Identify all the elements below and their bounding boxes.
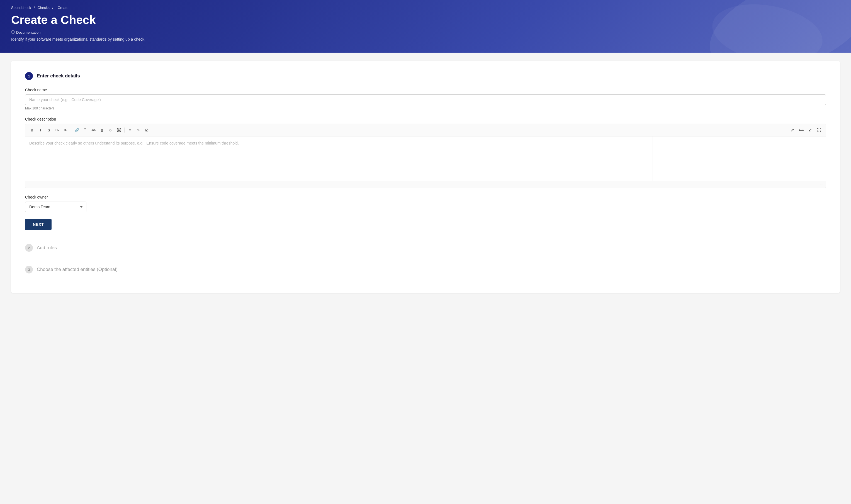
- heading2-button[interactable]: H₂: [62, 126, 69, 134]
- toolbar-left: B I S H₁ H₂ 🔗 " </> {} ☺ 🖼: [28, 126, 151, 134]
- step-1-section: 1 Enter check details Check name Max 100…: [25, 72, 826, 230]
- breadcrumb-separator-1: /: [34, 5, 36, 10]
- step-2-section: 2 Add rules: [25, 244, 826, 252]
- italic-button[interactable]: I: [36, 126, 44, 134]
- editor-resize-handle[interactable]: ···: [25, 181, 826, 188]
- code-block-button[interactable]: {}: [98, 126, 106, 134]
- collapse-h-button[interactable]: ⟺: [797, 126, 805, 134]
- breadcrumb-checks[interactable]: Checks: [37, 5, 49, 10]
- hero-description: Identify if your software meets organiza…: [11, 37, 840, 41]
- check-description-group: Check description B I S H₁ H₂ 🔗 " </>: [25, 117, 826, 188]
- step-3-section: 3 Choose the affected entities (Optional…: [25, 266, 826, 273]
- bullet-list-button[interactable]: ≡: [126, 126, 134, 134]
- step-1-title: Enter check details: [37, 73, 80, 79]
- image-button[interactable]: 🖼: [115, 126, 123, 134]
- editor-side-panel: [653, 137, 826, 181]
- editor-content-area[interactable]: Describe your check clearly so others un…: [25, 137, 653, 181]
- check-owner-label: Check owner: [25, 195, 826, 199]
- check-owner-select[interactable]: Demo Team Engineering Team Platform Team: [25, 202, 86, 212]
- rich-text-editor: B I S H₁ H₂ 🔗 " </> {} ☺ 🖼: [25, 124, 826, 188]
- task-list-button[interactable]: ☑: [143, 126, 151, 134]
- form-card: 1 Enter check details Check name Max 100…: [11, 61, 840, 293]
- collapse-button[interactable]: ↙: [806, 126, 814, 134]
- step-divider-3: [29, 273, 826, 282]
- step-2-badge: 2: [25, 244, 33, 252]
- heading1-button[interactable]: H₁: [53, 126, 61, 134]
- toolbar-right: ↗ ⟺ ↙ ⛶: [788, 126, 823, 134]
- breadcrumb-soundcheck[interactable]: Soundcheck: [11, 5, 31, 10]
- step-1-badge: 1: [25, 72, 33, 80]
- info-icon: ⓘ: [11, 30, 15, 35]
- breadcrumb: Soundcheck / Checks / Create: [11, 5, 840, 10]
- link-button[interactable]: 🔗: [73, 126, 81, 134]
- step-3-title: Choose the affected entities (Optional): [37, 267, 118, 272]
- check-name-group: Check name Max 100 characters: [25, 88, 826, 110]
- doc-link-label: Documentation: [16, 30, 40, 35]
- documentation-link[interactable]: ⓘ Documentation: [11, 30, 840, 35]
- step-divider-2: [29, 252, 826, 260]
- step-2-title: Add rules: [37, 245, 57, 251]
- editor-placeholder: Describe your check clearly so others un…: [29, 141, 240, 145]
- editor-body: Describe your check clearly so others un…: [25, 137, 826, 181]
- fullscreen-button[interactable]: ⛶: [815, 126, 823, 134]
- breadcrumb-separator-2: /: [52, 5, 54, 10]
- breadcrumb-current: Create: [58, 5, 69, 10]
- page-title: Create a Check: [11, 13, 840, 27]
- check-description-label: Check description: [25, 117, 826, 121]
- expand-icon-button[interactable]: ↗: [788, 126, 796, 134]
- check-name-label: Check name: [25, 88, 826, 92]
- char-limit-label: Max 100 characters: [25, 106, 826, 110]
- strikethrough-button[interactable]: S: [45, 126, 53, 134]
- main-content: 1 Enter check details Check name Max 100…: [0, 53, 851, 301]
- check-name-input[interactable]: [25, 94, 826, 105]
- step-divider-1: [29, 230, 826, 238]
- bold-button[interactable]: B: [28, 126, 36, 134]
- next-button[interactable]: NEXT: [25, 219, 52, 230]
- code-button[interactable]: </>: [90, 126, 98, 134]
- toolbar-divider-1: [71, 128, 71, 132]
- check-owner-group: Check owner Demo Team Engineering Team P…: [25, 195, 826, 212]
- emoji-button[interactable]: ☺: [106, 126, 114, 134]
- editor-toolbar: B I S H₁ H₂ 🔗 " </> {} ☺ 🖼: [25, 124, 826, 137]
- step-1-header: 1 Enter check details: [25, 72, 826, 80]
- step-3-badge: 3: [25, 266, 33, 273]
- ordered-list-button[interactable]: 1.: [135, 126, 142, 134]
- hero-section: Soundcheck / Checks / Create Create a Ch…: [0, 0, 851, 53]
- quote-button[interactable]: ": [81, 126, 89, 134]
